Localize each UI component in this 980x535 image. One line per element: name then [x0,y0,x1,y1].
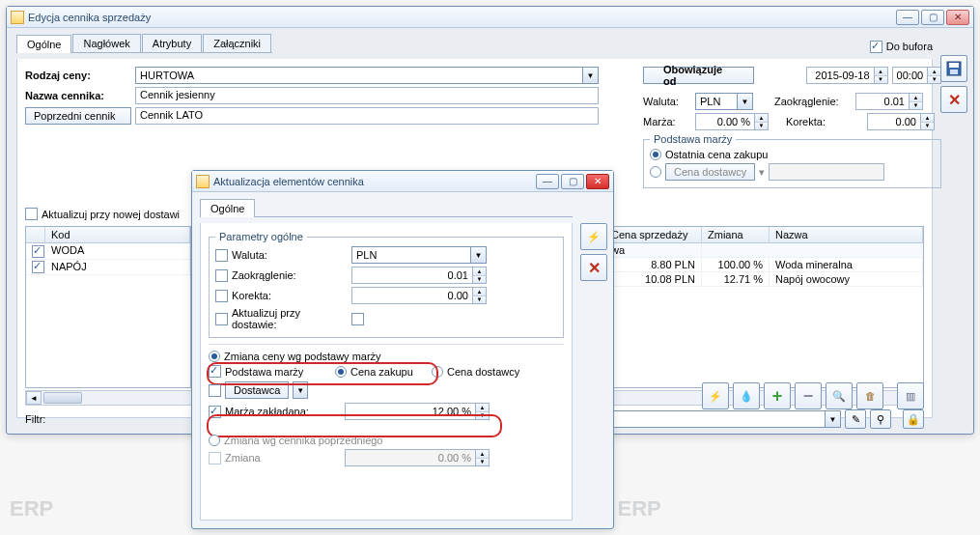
aktualizuj-label: Aktualizuj przy nowej dostawi [42,209,180,220]
rodzaj-ceny-dropdown[interactable]: HURTOWA ▼ [135,67,599,84]
cell-zmiana: 12.71 % [702,272,770,286]
poprzedni-cennik-button[interactable]: Poprzedni cennik [25,107,131,125]
korekta-check[interactable] [215,290,228,302]
zaokraglenie-input-sub[interactable]: 0.01▲▼ [351,267,487,284]
sub-title: Aktualizacja elementów cennika [213,176,536,187]
marza-zakladana-input[interactable]: 12.00 %▲▼ [345,403,490,420]
maximize-button[interactable]: ▢ [561,174,584,189]
delete-button[interactable]: 🗑 [856,382,883,409]
korekta-input-sub[interactable]: 0.00▲▼ [351,287,487,304]
floppy-icon [945,60,963,77]
filtr-label: Filtr: [25,413,54,425]
remove-button[interactable]: − [795,382,822,409]
col-zmiana[interactable]: Zmiana [702,227,770,242]
app-icon [196,175,210,188]
waluta-dropdown[interactable]: PLN▼ [695,93,753,110]
ostatnia-cena-zakupu-radio[interactable] [650,149,661,160]
row-check[interactable] [32,245,44,258]
poprzedni-cennik-input[interactable]: Cennik LATO [135,107,599,125]
search-button[interactable]: 🔍 [826,382,853,409]
filter-edit-button[interactable]: ✎ [845,409,866,429]
bolt-button[interactable]: ⚡ [702,382,729,409]
korekta-input[interactable]: 0.00▲▼ [867,113,935,130]
cancel-button[interactable]: ✕ [940,86,967,113]
save-button[interactable] [940,55,967,82]
aktualizuj-checkbox[interactable] [25,208,38,220]
scroll-thumb[interactable] [43,392,82,404]
zmiana-wg-podstawy-radio[interactable] [209,351,220,362]
grid-left[interactable]: Kod WODA NAPÓJ [25,226,191,388]
date-value: 2015-09-18 [807,70,873,81]
drop-button[interactable]: 💧 [733,382,760,409]
cell-cena: 10.08 PLN [605,272,702,286]
rodzaj-ceny-value: HURTOWA [136,70,582,81]
cancel-button-sub[interactable]: ✕ [580,254,607,281]
waluta-dropdown-sub[interactable]: PLN▼ [351,246,487,264]
lock-button[interactable]: 🔒 [903,409,924,429]
svg-rect-2 [950,70,958,74]
tab-ogolne-sub[interactable]: Ogólne [200,199,255,217]
waluta-label: Waluta: [643,96,691,107]
cena-dostawcy-radio[interactable] [650,166,661,178]
aktualizuj-label-sub: Aktualizuj przy dostawie: [232,307,348,330]
marza-input[interactable]: 0.00 %▲▼ [695,113,769,130]
aktualizuj-check-sub[interactable] [215,313,228,325]
dostawca-check[interactable] [209,384,221,397]
waluta-check[interactable] [215,249,228,262]
minimize-button[interactable]: — [536,174,559,189]
tab-zalaczniki[interactable]: Załączniki [203,34,271,52]
nazwa-cennika-input[interactable]: Cennik jesienny [135,87,599,104]
obowiazuje-od-button[interactable]: Obowiązuje od [643,67,754,84]
more-button[interactable]: ▥ [897,382,924,409]
zaokraglenie-check[interactable] [215,269,228,282]
watermark: ERP [10,496,53,521]
run-button[interactable]: ⚡ [580,223,607,250]
zmiana-check [209,452,221,465]
podstawa-marzy-check[interactable] [209,365,221,378]
cena-zakupu-radio[interactable] [335,366,347,378]
tab-naglowek[interactable]: Nagłówek [72,34,140,52]
marza-zakladana-check[interactable] [209,406,221,418]
tab-ogolne[interactable]: Ogólne [16,35,71,53]
marza-zakladana-label: Marża zakładana: [225,406,341,417]
cell-zmiana: 100.00 % [702,258,770,271]
minimize-button[interactable]: — [896,10,919,25]
cell-cena: 8.80 PLN [605,258,702,271]
cena-zakupu-label: Cena zakupu [350,366,428,378]
dostawca-button[interactable]: Dostawca [225,381,289,399]
param-group: Parametry ogólne Waluta: PLN▼ Zaokrąglen… [209,231,564,338]
cena-dostawcy-radio-sub[interactable] [432,366,443,378]
do-bufora-checkbox[interactable] [870,41,882,53]
cell-nazwa: Napój owocowy [770,272,923,286]
filter-config-button[interactable]: ⚲ [870,409,891,429]
close-button[interactable]: ✕ [946,10,969,25]
tab-atrybuty[interactable]: Atrybuty [142,34,202,52]
scroll-left-icon[interactable]: ◄ [26,391,42,405]
waluta-value: PLN [696,96,737,107]
chevron-down-icon[interactable]: ▼ [293,381,308,399]
cena-dostawcy-button[interactable]: Cena dostawcy [665,163,755,181]
chevron-down-icon: ▼ [737,94,752,109]
podstawa-marzy-label-sub: Podstawa marży [225,366,331,378]
time-input[interactable]: 00:00▲▼ [892,67,942,84]
zaokraglenie-label-sub: Zaokrąglenie: [232,269,348,281]
aktualizuj-value-check[interactable] [351,313,364,325]
col-kod[interactable]: Kod [45,227,190,242]
zaokraglenie-input[interactable]: 0.01▲▼ [855,93,923,110]
col-nazwa[interactable]: Nazwa [770,227,923,242]
main-titlebar[interactable]: Edycja cennika sprzedaży — ▢ ✕ [7,7,973,28]
zmiana-wg-poprz-radio[interactable] [209,435,220,446]
date-input[interactable]: 2015-09-18▲▼ [806,67,887,84]
col-wa: wa [605,243,702,257]
podstawa-marzy-legend: Podstawa marży [650,133,736,145]
korekta-label-sub: Korekta: [232,290,348,301]
marza-value: 0.00 % [696,116,754,127]
maximize-button[interactable]: ▢ [921,10,944,25]
grid-right[interactable]: Cena sprzedaży Zmiana Nazwa wa 8.80 PLN1… [605,226,924,388]
sub-titlebar[interactable]: Aktualizacja elementów cennika — ▢ ✕ [192,171,613,192]
marza-zakladana-value: 12.00 % [346,406,475,417]
col-cena[interactable]: Cena sprzedaży [605,227,702,242]
add-button[interactable]: + [764,382,791,409]
row-check[interactable] [32,261,44,273]
close-button[interactable]: ✕ [586,174,609,189]
